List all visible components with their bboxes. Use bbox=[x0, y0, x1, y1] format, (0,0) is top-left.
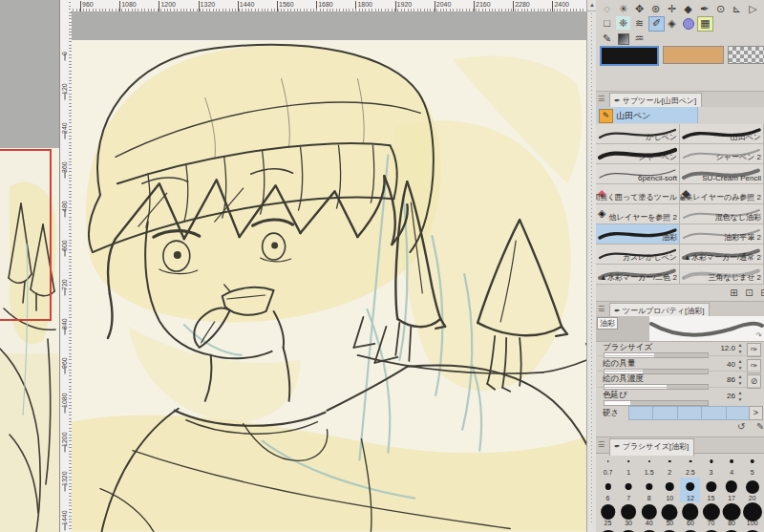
brush-size-item[interactable]: 0.7 bbox=[598, 452, 618, 477]
brush-tool-icon[interactable]: ✐ bbox=[648, 16, 665, 32]
brush-size-item[interactable] bbox=[722, 528, 742, 532]
subtool-item[interactable]: 6pencil-soft bbox=[596, 164, 680, 184]
size-dot bbox=[743, 502, 762, 521]
brush-size-item[interactable] bbox=[660, 528, 680, 532]
subtool-item[interactable]: 油彩 bbox=[596, 224, 680, 245]
subtool-item[interactable]: カスレかしペン bbox=[596, 245, 680, 265]
blend-tool-icon[interactable]: ♒ bbox=[632, 32, 647, 45]
brush-size-item[interactable]: 7 bbox=[619, 478, 639, 502]
fill-tool-icon[interactable]: ◈ bbox=[665, 16, 679, 30]
panel-menu-icon[interactable]: ☰ bbox=[598, 95, 605, 103]
subtool-item[interactable]: 山田ペン bbox=[680, 124, 764, 144]
hardness-segment[interactable] bbox=[702, 407, 726, 419]
brush-size-item[interactable]: 10 bbox=[660, 478, 680, 502]
brush-size-item[interactable]: 70 bbox=[701, 502, 721, 527]
register-settings-icon[interactable]: ✎ bbox=[756, 421, 764, 432]
stepper-icon[interactable]: ▲▼ bbox=[736, 342, 744, 355]
hardness-segment[interactable] bbox=[678, 407, 702, 419]
figure-tool-icon[interactable] bbox=[681, 16, 695, 30]
subtool-item[interactable]: ◆隙間無く囲って塗るツール bbox=[596, 184, 680, 204]
canvas[interactable] bbox=[72, 40, 586, 532]
brush-size-item[interactable]: 2.5 bbox=[680, 452, 700, 477]
brush-size-item[interactable]: 4 bbox=[722, 452, 742, 477]
subtool-item[interactable]: 油彩平筆 2 bbox=[680, 224, 764, 245]
subtool-item[interactable]: ▲水彩マーカー/二色 2 bbox=[596, 265, 680, 285]
gradient-tool-icon[interactable] bbox=[616, 32, 630, 45]
auto-select-tool-icon[interactable]: ❈ bbox=[616, 16, 630, 30]
brush-size-item[interactable]: 3 bbox=[701, 452, 721, 477]
delete-subtool-icon[interactable]: ⊟ bbox=[758, 287, 764, 299]
subtool-item[interactable]: シャーペン 2 bbox=[680, 144, 764, 164]
ruler-tick-label: 480 bbox=[61, 180, 68, 212]
brush-size-item[interactable]: 40 bbox=[639, 502, 659, 527]
hardness-segment[interactable] bbox=[727, 407, 750, 419]
stepper-icon[interactable]: ▲▼ bbox=[736, 373, 744, 387]
brush-size-item[interactable]: 17 bbox=[722, 478, 742, 502]
hardness-segment[interactable] bbox=[629, 407, 653, 419]
brush-size-item[interactable]: 6 bbox=[598, 478, 618, 502]
stepper-icon[interactable]: ▲▼ bbox=[736, 390, 744, 403]
selected-subtool-row[interactable]: ✎ 山田ペン bbox=[596, 107, 764, 125]
stepper-icon[interactable]: ▲▼ bbox=[736, 358, 744, 372]
airbrush-tool-icon[interactable]: ≋ bbox=[632, 16, 647, 30]
rotate-view-tool-icon[interactable]: ⊛ bbox=[648, 2, 663, 15]
brush-size-item[interactable]: 8 bbox=[639, 478, 659, 502]
brush-size-item[interactable]: 25 bbox=[598, 502, 618, 527]
panel-menu-icon[interactable]: ☰ bbox=[598, 440, 605, 449]
hand-tool-icon[interactable]: ✥ bbox=[632, 2, 647, 15]
duplicate-subtool-icon[interactable]: ⊡ bbox=[743, 287, 755, 299]
add-subtool-icon[interactable]: ⊞ bbox=[728, 287, 740, 299]
eyedropper-tool-icon[interactable]: ✒ bbox=[697, 2, 711, 15]
brush-size-item[interactable]: 80 bbox=[722, 502, 742, 527]
size-label: 4 bbox=[722, 469, 742, 476]
subtool-item[interactable]: ◆編集レイヤーのみ参照 2 bbox=[680, 184, 764, 204]
brush-size-item[interactable] bbox=[701, 528, 721, 532]
navigator-panel[interactable] bbox=[0, 0, 59, 532]
subtool-item[interactable]: かしペン bbox=[596, 124, 680, 144]
frame-tool-icon[interactable]: ▦ bbox=[697, 16, 713, 32]
brush-size-item[interactable] bbox=[598, 528, 618, 532]
brush-size-item[interactable]: 15 bbox=[701, 478, 721, 502]
hardness-segment[interactable] bbox=[653, 407, 677, 419]
brush-size-item[interactable] bbox=[742, 528, 762, 532]
pen-tool-icon[interactable]: ✎ bbox=[600, 32, 614, 45]
ruler-tool-icon[interactable]: ⊾ bbox=[730, 2, 744, 15]
transparent-swatch[interactable] bbox=[728, 46, 764, 64]
brush-size-item[interactable]: 30 bbox=[619, 502, 639, 527]
move-tool-icon[interactable]: ✛ bbox=[665, 2, 679, 15]
size-label: 0.7 bbox=[598, 469, 618, 476]
reset-defaults-icon[interactable]: ↺ bbox=[737, 421, 745, 432]
zoom-tool-icon[interactable]: ⊙ bbox=[713, 2, 728, 15]
subtool-item[interactable]: ▲水彩マーカー/通常 2 bbox=[680, 245, 764, 265]
brush-size-item[interactable] bbox=[639, 528, 659, 532]
object-tool-icon[interactable]: ✳ bbox=[616, 2, 630, 15]
subtool-item[interactable]: 混色なし油彩 bbox=[680, 204, 764, 224]
line-tool-icon[interactable]: ▷ bbox=[746, 2, 760, 15]
brush-size-item[interactable]: 50 bbox=[660, 502, 680, 527]
brush-size-item[interactable]: 12 bbox=[680, 478, 700, 502]
subtool-item[interactable]: 三角なじませ 2 bbox=[680, 265, 764, 285]
brush-size-item[interactable] bbox=[680, 528, 700, 532]
brush-size-item[interactable]: 20 bbox=[742, 478, 762, 502]
lasso-tool-icon[interactable]: ◌ bbox=[600, 2, 614, 15]
panel-menu-icon[interactable]: ☰ bbox=[598, 305, 605, 313]
brush-size-item[interactable]: 1 bbox=[619, 452, 639, 477]
brush-size-item[interactable]: 60 bbox=[680, 502, 700, 527]
marquee-tool-icon[interactable]: □ bbox=[600, 16, 614, 30]
brush-size-item[interactable]: 5 bbox=[742, 452, 762, 477]
brush-size-item[interactable] bbox=[619, 528, 639, 532]
main-color-swatch[interactable] bbox=[600, 46, 659, 66]
brush-size-item[interactable]: 2 bbox=[660, 452, 680, 477]
eraser-tool-icon[interactable]: ◆ bbox=[681, 2, 695, 15]
navigator-view-rectangle[interactable] bbox=[0, 149, 52, 321]
hardness-slider[interactable] bbox=[628, 406, 751, 420]
subtool-item[interactable]: ◈他レイヤーを参照 2 bbox=[596, 204, 680, 224]
scrollbar-track[interactable] bbox=[591, 13, 592, 524]
hardness-expand-button[interactable]: > bbox=[749, 406, 763, 420]
brush-size-item[interactable]: 1.5 bbox=[639, 452, 659, 477]
brush-size-item[interactable]: 100 bbox=[742, 502, 762, 527]
sub-color-swatch[interactable] bbox=[663, 46, 724, 64]
size-label: 2 bbox=[660, 469, 680, 476]
subtool-item[interactable]: シャーペン bbox=[596, 144, 680, 164]
subtool-item[interactable]: SU-Cream Pencil bbox=[680, 164, 764, 184]
